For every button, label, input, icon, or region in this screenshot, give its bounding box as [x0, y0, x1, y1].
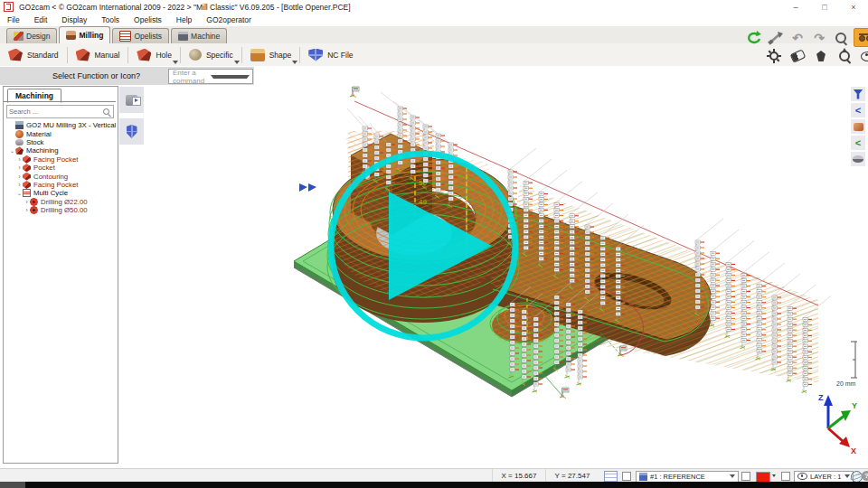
- tree-item-drilling-50-00[interactable]: ›Drilling Ø50.00: [4, 206, 116, 214]
- reference-checkbox[interactable]: [622, 472, 631, 481]
- command-combobox[interactable]: Enter a command: [168, 69, 253, 84]
- collapse-arrow-icon[interactable]: ›: [24, 207, 30, 213]
- standard-button[interactable]: Standard: [0, 43, 67, 66]
- close-button[interactable]: ×: [839, 1, 868, 14]
- reference-plane-icon: [639, 473, 647, 481]
- menu-go2operator[interactable]: GO2operator: [199, 15, 259, 24]
- stock-view-button[interactable]: [851, 152, 865, 166]
- status-bar: X = 15.667 Y = 27.547 #1 : REFERENCE LAY…: [0, 468, 868, 483]
- title-bar: GO2cam < © GO2cam International 2009 - 2…: [0, 0, 868, 14]
- tab-label: Design: [26, 32, 50, 41]
- view-glasses-button[interactable]: [854, 28, 868, 47]
- collapse-arrow-icon[interactable]: ›: [16, 174, 23, 180]
- current-color-swatch[interactable]: [756, 472, 770, 483]
- tree-item-facing-pocket[interactable]: ›Facing Pocket: [4, 155, 116, 164]
- tab-design[interactable]: Design: [6, 28, 57, 43]
- filter-button[interactable]: [851, 87, 865, 101]
- layer-visibility-eye-icon: [797, 473, 807, 480]
- zoom-extent-icon[interactable]: [835, 48, 854, 64]
- menu-edit[interactable]: Edit: [27, 15, 55, 24]
- chevron-down-icon: [844, 474, 850, 478]
- collapse-green-button[interactable]: <: [851, 136, 865, 150]
- clean-brush-icon[interactable]: [812, 48, 830, 64]
- post-processor-button[interactable]: [119, 118, 144, 145]
- tree-item-label: Stock: [26, 138, 44, 146]
- command-bar: Select Function or Icon? Enter a command: [0, 67, 254, 85]
- simulation-video-button[interactable]: [119, 87, 144, 113]
- op-icon: [23, 173, 31, 181]
- tab-machine[interactable]: Machine: [171, 28, 227, 43]
- shape-button[interactable]: Shape: [242, 43, 300, 66]
- axis-y-label: Y: [852, 401, 857, 410]
- chevron-down-icon: [211, 75, 250, 79]
- search-input[interactable]: [7, 107, 103, 117]
- window-title: GO2cam < © GO2cam International 2009 - 2…: [19, 3, 351, 12]
- origin-flag: [350, 87, 359, 98]
- chevron-down-icon[interactable]: [292, 61, 297, 64]
- menu-file[interactable]: File: [0, 15, 27, 24]
- op-icon: [23, 155, 31, 164]
- maximize-button[interactable]: □: [810, 1, 839, 14]
- collapse-arrow-icon[interactable]: ›: [16, 156, 23, 163]
- drill-icon: [30, 198, 38, 206]
- tree-item-contouring[interactable]: ›Contouring: [4, 172, 116, 180]
- caliper-measure-icon[interactable]: [767, 30, 785, 46]
- tab-opelists[interactable]: Opelists: [112, 28, 169, 43]
- shield-icon: [308, 49, 323, 61]
- nc-file-button[interactable]: NC File: [300, 43, 361, 66]
- redo-icon[interactable]: ↷: [810, 30, 828, 46]
- tree-item-stock[interactable]: Stock: [4, 138, 116, 146]
- axis-x-label: X: [851, 446, 856, 455]
- direction-marker: [299, 183, 316, 192]
- tree-item-facing-pocket[interactable]: ›Facing Pocket: [4, 181, 116, 189]
- specific-button[interactable]: Specific: [181, 43, 241, 66]
- undo-icon[interactable]: ↶: [788, 30, 807, 46]
- app-logo-icon: [4, 2, 14, 12]
- tab-label: Machine: [191, 32, 220, 41]
- collapse-arrow-icon[interactable]: ›: [24, 199, 30, 205]
- command-combobox-placeholder: Enter a command: [173, 69, 207, 85]
- tree-item-drilling-22-00[interactable]: ›Drilling Ø22.00: [4, 198, 116, 206]
- menu-help[interactable]: Help: [169, 15, 199, 24]
- tree-item-multi-cycle[interactable]: ⌄Multi Cycle: [4, 189, 116, 197]
- menu-tools[interactable]: Tools: [94, 15, 127, 24]
- tree-item-label: Drilling Ø50.00: [41, 206, 88, 214]
- go2cam-window: { "window": { "title": "GO2cam < © GO2ca…: [0, 0, 868, 488]
- tab-milling[interactable]: Milling: [59, 26, 110, 43]
- manual-button[interactable]: Manual: [68, 43, 128, 66]
- color-dropdown-arrow-icon[interactable]: [772, 474, 776, 477]
- tab-row: DesignMillingOpelistsMachine: [0, 26, 868, 44]
- zoom-search-icon[interactable]: [832, 30, 850, 46]
- bottom-video-bar: [0, 482, 868, 488]
- axis-z-label: Z: [818, 393, 824, 402]
- help-button[interactable]: ?: [862, 471, 868, 481]
- collapse-blue-button[interactable]: <: [851, 103, 865, 117]
- menu-display[interactable]: Display: [54, 15, 94, 24]
- ribbon-label: Shape: [269, 51, 292, 60]
- hole-button[interactable]: Hole: [128, 43, 179, 66]
- regenerate-icon[interactable]: [745, 30, 763, 46]
- y-coordinate-readout: Y = 27.547: [545, 469, 599, 483]
- layer-checkbox[interactable]: [781, 472, 790, 481]
- shape-icon: [250, 49, 265, 61]
- tree-item-material[interactable]: Material: [4, 129, 116, 137]
- color-checkbox[interactable]: [741, 472, 750, 481]
- eraser-icon[interactable]: [788, 48, 807, 64]
- tools-settings-icon[interactable]: [765, 48, 783, 64]
- dynamic-view-eye-icon[interactable]: [859, 48, 868, 64]
- layer-select[interactable]: LAYER : 1: [794, 471, 854, 483]
- solid-view-button[interactable]: [851, 119, 865, 134]
- tree-item-pocket[interactable]: ›Pocket: [4, 164, 116, 172]
- menu-opelists[interactable]: Opelists: [127, 15, 169, 24]
- collapse-arrow-icon[interactable]: ›: [16, 182, 23, 188]
- chevron-left-blue-icon: <: [855, 106, 861, 116]
- chevron-down-icon[interactable]: [173, 61, 178, 64]
- expand-arrow-icon[interactable]: ⌄: [9, 147, 15, 155]
- minimize-button[interactable]: –: [781, 1, 810, 14]
- expand-arrow-icon[interactable]: ⌄: [16, 190, 23, 197]
- tree-item-go2-mu-milling-3x-vertical[interactable]: GO2 MU Milling 3X - Vertical: [4, 121, 116, 129]
- reference-select[interactable]: #1 : REFERENCE: [636, 471, 739, 483]
- tree-item-machining[interactable]: ⌄Machining: [4, 146, 116, 155]
- collapse-arrow-icon[interactable]: ›: [16, 164, 23, 171]
- chevron-down-icon[interactable]: [234, 61, 240, 64]
